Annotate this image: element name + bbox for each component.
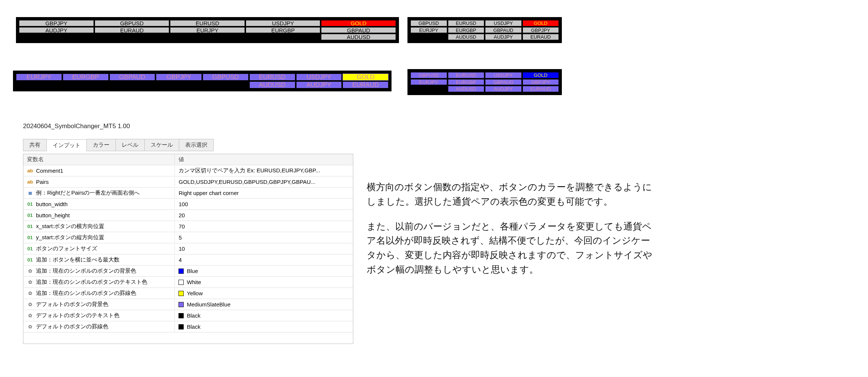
symbol-button[interactable]: AUDUSD [448, 34, 485, 40]
symbol-button[interactable]: EURJPY [16, 74, 62, 81]
param-value-cell[interactable]: 5 [175, 233, 353, 242]
param-name-cell: ✿デフォルトのボタンの背景色 [23, 299, 175, 309]
param-value: Blue [187, 268, 198, 274]
param-name-cell: ✿追加：現在のシンボルのボタンの背景色 [23, 266, 175, 276]
table-row[interactable]: 01y_start:ボタンの縦方向位置5 [23, 232, 353, 243]
table-row[interactable]: 01x_start:ボタンの横方向位置70 [23, 221, 353, 232]
symbol-button[interactable]: EURAUD [95, 27, 170, 33]
symbol-button[interactable]: EURGBP [448, 79, 485, 85]
symbol-button[interactable]: EURAUD [523, 86, 559, 92]
table-row[interactable]: 01追加：ボタンを横に並べる最大数4 [23, 254, 353, 266]
symbol-button[interactable]: GBPAUD [485, 79, 522, 85]
symbol-button[interactable]: EURGBP [448, 27, 485, 33]
symbol-button[interactable]: AUDJPY [485, 34, 522, 40]
symbol-button[interactable]: GOLD [321, 20, 396, 26]
symbol-button[interactable]: GBPUSD [410, 20, 447, 26]
symbol-button[interactable]: GOLD [523, 20, 559, 26]
param-value-cell[interactable]: 100 [175, 199, 353, 209]
num-type-icon: 01 [27, 257, 33, 263]
symbol-button[interactable]: GBPJPY [523, 79, 559, 85]
symbol-button[interactable]: AUDJPY [296, 81, 342, 88]
symbol-button[interactable]: EURJPY [170, 27, 245, 33]
tab-3[interactable]: レベル [115, 139, 145, 151]
symbol-button[interactable]: EURUSD [249, 74, 295, 81]
symbol-button[interactable]: GBPUSD [410, 72, 447, 78]
table-row[interactable]: 01button_width100 [23, 199, 353, 210]
symbol-button[interactable]: EURGBP [246, 27, 321, 33]
tab-4[interactable]: スケール [144, 139, 179, 151]
color-swatch [178, 269, 184, 274]
param-value: 5 [178, 234, 181, 241]
table-row[interactable]: 01ボタンのフォントサイズ10 [23, 243, 353, 254]
symbol-button[interactable]: AUDUSD [249, 81, 295, 88]
param-value-cell[interactable]: 4 [175, 255, 353, 264]
sel-type-icon: ≣ [27, 190, 33, 196]
param-value-cell[interactable]: 10 [175, 244, 353, 253]
str-type-icon: ab [27, 168, 33, 173]
symbol-button[interactable]: GBPAUD [321, 27, 396, 33]
tab-1[interactable]: インプット [46, 139, 87, 151]
col-type-icon: ✿ [27, 268, 33, 274]
table-row[interactable]: ✿追加：現在のシンボルのボタンの背景色Blue [23, 266, 353, 277]
symbol-button[interactable]: GOLD [343, 74, 389, 81]
color-swatch [178, 313, 184, 318]
table-row[interactable]: 01button_height20 [23, 210, 353, 221]
symbol-button[interactable]: USDJPY [485, 72, 522, 78]
table-row[interactable]: abPairsGOLD,USDJPY,EURUSD,GBPUSD,GBPJPY,… [23, 176, 353, 188]
param-value-cell[interactable]: MediumSlateBlue [175, 300, 353, 309]
param-value: 20 [178, 212, 185, 218]
table-row[interactable]: ✿追加：現在のシンボルのボタンのテキスト色White [23, 277, 353, 288]
symbol-button[interactable]: EURUSD [448, 72, 485, 78]
param-value-cell[interactable]: Black [175, 311, 353, 320]
symbol-button[interactable]: GOLD [523, 72, 559, 78]
symbol-button[interactable]: EURAUD [523, 34, 559, 40]
param-value-cell[interactable]: Yellow [175, 289, 353, 298]
table-row[interactable]: ≣例：RightだとPairsの一番左が画面右側へRight upper cha… [23, 188, 353, 199]
table-row[interactable]: ✿デフォルトのボタンのテキスト色Black [23, 310, 353, 321]
tab-5[interactable]: 表示選択 [179, 139, 214, 151]
symbol-button[interactable]: EURGBP [63, 74, 109, 81]
symbol-button[interactable]: GBPJPY [19, 20, 94, 26]
param-value-cell[interactable]: 20 [175, 211, 353, 220]
table-row[interactable]: ✿デフォルトのボタンの罫線色Black [23, 321, 353, 332]
table-header-row: 変数名 値 [23, 154, 353, 165]
param-name: ボタンのフォントサイズ [36, 245, 97, 252]
param-value-cell[interactable]: White [175, 277, 353, 287]
symbol-button[interactable]: EURJPY [410, 27, 447, 33]
symbol-button[interactable]: USDJPY [246, 20, 321, 26]
col-type-icon: ✿ [27, 302, 33, 307]
param-value-cell[interactable]: GOLD,USDJPY,EURUSD,GBPUSD,GBPJPY,GBPAU..… [175, 177, 353, 186]
symbol-button[interactable]: EURJPY [410, 79, 447, 85]
symbol-button[interactable]: GBPJPY [156, 74, 202, 81]
param-value-cell[interactable]: 70 [175, 222, 353, 231]
tab-2[interactable]: カラー [86, 139, 116, 151]
symbol-button[interactable]: AUDUSD [321, 34, 396, 40]
symbol-grid: GBPJPYGBPUSDEURUSDUSDJPYGOLDAUDJPYEURAUD… [19, 20, 396, 40]
param-value-cell[interactable]: Blue [175, 266, 353, 276]
symbol-button[interactable]: EURAUD [343, 81, 389, 88]
tab-0[interactable]: 共有 [23, 139, 47, 151]
param-name-cell: 01追加：ボタンを横に並べる最大数 [23, 255, 175, 265]
param-value-cell[interactable]: Black [175, 322, 353, 331]
symbol-button[interactable]: USDJPY [485, 20, 522, 26]
symbol-button[interactable]: GBPUSD [203, 74, 249, 81]
symbol-button[interactable]: GBPJPY [523, 27, 559, 33]
color-swatch [178, 280, 184, 285]
symbol-button[interactable]: AUDJPY [485, 86, 522, 92]
symbol-button[interactable]: USDJPY [296, 74, 342, 81]
symbol-button[interactable]: AUDJPY [19, 27, 94, 33]
param-value-cell[interactable]: カンマ区切りでペアを入力 Ex: EURUSD,EURJPY,GBP... [175, 166, 353, 176]
num-type-icon: 01 [27, 201, 33, 207]
table-row[interactable]: ✿デフォルトのボタンの背景色MediumSlateBlue [23, 299, 353, 310]
param-value-cell[interactable]: Right upper chart corner [175, 188, 353, 198]
symbol-button[interactable]: GBPAUD [485, 27, 522, 33]
param-name-cell: ✿デフォルトのボタンの罫線色 [23, 322, 175, 332]
symbol-button[interactable]: EURUSD [448, 20, 485, 26]
symbol-button[interactable]: GBPUSD [95, 20, 170, 26]
symbol-button[interactable]: AUDUSD [448, 86, 485, 92]
symbol-button[interactable]: EURUSD [170, 20, 245, 26]
param-name: button_width [36, 201, 68, 207]
table-row[interactable]: ✿追加：現在のシンボルのボタンの罫線色Yellow [23, 288, 353, 299]
symbol-button[interactable]: GBPAUD [109, 74, 155, 81]
table-row[interactable]: abComment1カンマ区切りでペアを入力 Ex: EURUSD,EURJPY… [23, 165, 353, 176]
